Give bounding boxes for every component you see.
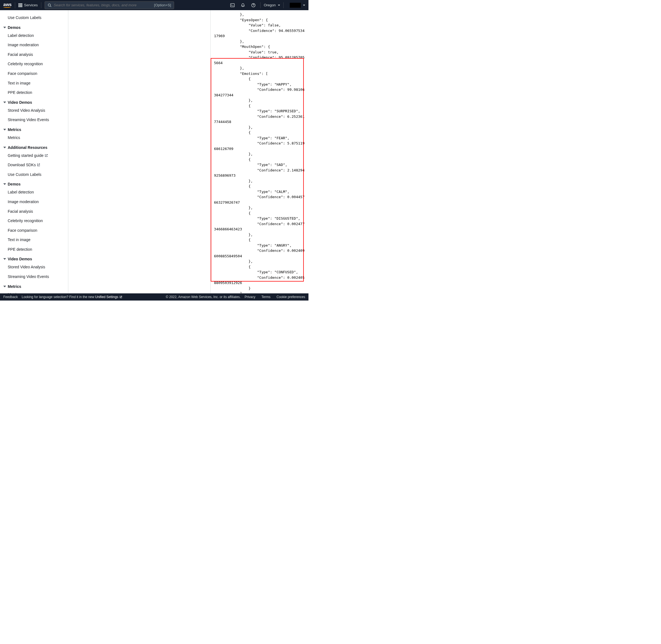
footer-lang-hint: Looking for language selection? Find it … xyxy=(22,295,122,299)
sidebar-item[interactable]: Celebrity recognition xyxy=(0,59,68,69)
region-label: Oregon xyxy=(264,3,276,7)
external-link-icon xyxy=(119,296,122,298)
sidebar-item[interactable]: Face comparison xyxy=(0,226,68,235)
terms-link[interactable]: Terms xyxy=(261,295,270,299)
svg-line-1 xyxy=(50,6,51,7)
svg-rect-2 xyxy=(230,4,235,7)
sidebar-item[interactable]: Download SDKs xyxy=(0,160,68,170)
item-label: Label detection xyxy=(8,190,34,194)
item-label: Stored Video Analysis xyxy=(8,108,45,113)
json-output[interactable]: }, "EyesOpen": { "Value": false, "Confid… xyxy=(211,10,308,293)
item-label: Image moderation xyxy=(8,43,39,47)
sidebar-item[interactable]: Facial analysis xyxy=(0,207,68,216)
account-menu[interactable] xyxy=(287,3,305,8)
sidebar-section[interactable]: Additional Resources xyxy=(0,142,68,151)
collapse-triangle-icon xyxy=(3,258,6,260)
item-label: Face comparison xyxy=(8,228,37,233)
region-selector[interactable]: Oregon xyxy=(264,3,280,7)
collapse-triangle-icon xyxy=(3,129,6,131)
search-icon xyxy=(48,3,51,7)
unified-settings-link[interactable]: Unified Settings xyxy=(95,295,122,299)
item-label: PPE detection xyxy=(8,247,32,252)
sidebar-section[interactable]: Video Demos xyxy=(0,254,68,262)
sidebar-item[interactable]: PPE detection xyxy=(0,245,68,254)
services-label: Services xyxy=(24,3,38,7)
external-link-icon xyxy=(37,163,40,166)
item-label: Facial analysis xyxy=(8,52,33,57)
chevron-down-icon xyxy=(278,5,280,6)
item-label: Streaming Video Events xyxy=(8,117,49,122)
aws-logo[interactable]: aws xyxy=(3,2,15,8)
chevron-down-icon xyxy=(303,5,305,6)
sidebar-section[interactable]: Demos xyxy=(0,179,68,187)
sidebar-item[interactable]: Getting started guide xyxy=(0,151,68,160)
cloudshell-icon[interactable] xyxy=(229,2,236,9)
sidebar-item[interactable]: PPE detection xyxy=(0,88,68,97)
item-label: Metrics xyxy=(8,135,20,140)
item-label: Use Custom Labels xyxy=(8,16,41,20)
sidebar-nav: Use Custom LabelsDemosLabel detectionIma… xyxy=(0,10,68,293)
item-label: Streaming Video Events xyxy=(8,274,49,279)
section-label: Video Demos xyxy=(8,257,32,261)
notifications-icon[interactable] xyxy=(239,2,246,9)
svg-point-0 xyxy=(48,4,51,6)
collapse-triangle-icon xyxy=(3,286,6,287)
item-label: Facial analysis xyxy=(8,209,33,213)
aws-logo-text: aws xyxy=(3,2,12,7)
item-label: Download SDKs xyxy=(8,161,36,169)
json-response-panel: }, "EyesOpen": { "Value": false, "Confid… xyxy=(211,10,308,293)
sidebar-section[interactable]: Demos xyxy=(0,23,68,31)
privacy-link[interactable]: Privacy xyxy=(245,295,255,299)
sidebar-item[interactable]: Text in image xyxy=(0,235,68,245)
sidebar-item[interactable]: Streaming Video Events xyxy=(0,115,68,125)
collapse-triangle-icon xyxy=(3,183,6,185)
sidebar-item[interactable]: Label detection xyxy=(0,31,68,41)
sidebar-item[interactable]: Celebrity recognition xyxy=(0,216,68,226)
section-label: Demos xyxy=(8,25,21,30)
sidebar-section[interactable]: Metrics xyxy=(0,125,68,133)
item-label: Use Custom Labels xyxy=(8,172,41,177)
sidebar-item[interactable]: Image moderation xyxy=(0,40,68,50)
sidebar-item[interactable]: Text in image xyxy=(0,78,68,88)
footer-copyright: © 2022, Amazon Web Services, Inc. or its… xyxy=(166,295,241,299)
item-label: Getting started guide xyxy=(8,152,44,159)
sidebar-section[interactable]: Metrics xyxy=(0,281,68,290)
collapse-triangle-icon xyxy=(3,147,6,148)
section-label: Metrics xyxy=(8,284,21,289)
section-label: Metrics xyxy=(8,128,21,132)
footer: Feedback Looking for language selection?… xyxy=(0,293,308,301)
section-label: Video Demos xyxy=(8,100,32,105)
sidebar-item[interactable]: Streaming Video Events xyxy=(0,272,68,281)
search-shortcut: [Option+S] xyxy=(154,3,171,7)
section-label: Demos xyxy=(8,182,21,186)
sidebar-item[interactable]: Stored Video Analysis xyxy=(0,106,68,115)
item-label: Label detection xyxy=(8,33,34,38)
sidebar-item[interactable]: Label detection xyxy=(0,187,68,197)
sidebar-item[interactable]: Facial analysis xyxy=(0,50,68,60)
item-label: Celebrity recognition xyxy=(8,218,43,223)
main-content: }, "EyesOpen": { "Value": false, "Confid… xyxy=(68,10,308,293)
account-name-redacted xyxy=(290,3,301,8)
sidebar-item[interactable]: Stored Video Analysis xyxy=(0,262,68,272)
search-box[interactable]: [Option+S] xyxy=(45,1,174,9)
sidebar-item[interactable]: Use Custom Labels xyxy=(0,170,68,180)
search-input[interactable] xyxy=(54,3,152,7)
item-label: Text in image xyxy=(8,81,30,85)
section-label: Additional Resources xyxy=(8,145,47,150)
feedback-link[interactable]: Feedback xyxy=(3,295,18,299)
item-label: PPE detection xyxy=(8,90,32,95)
collapse-triangle-icon xyxy=(3,27,6,28)
sidebar-item[interactable]: Use Custom Labels xyxy=(0,13,68,23)
cookies-link[interactable]: Cookie preferences xyxy=(277,295,305,299)
item-label: Stored Video Analysis xyxy=(8,265,45,269)
sidebar-item[interactable]: Face comparison xyxy=(0,69,68,78)
sidebar-item[interactable]: Metrics xyxy=(0,290,68,293)
item-label: Image moderation xyxy=(8,200,39,204)
item-label: Face comparison xyxy=(8,71,37,76)
sidebar-item[interactable]: Image moderation xyxy=(0,197,68,207)
services-menu[interactable]: Services xyxy=(19,2,41,8)
sidebar-section[interactable]: Video Demos xyxy=(0,97,68,106)
external-link-icon xyxy=(45,154,48,157)
help-icon[interactable] xyxy=(250,2,257,9)
sidebar-item[interactable]: Metrics xyxy=(0,133,68,142)
